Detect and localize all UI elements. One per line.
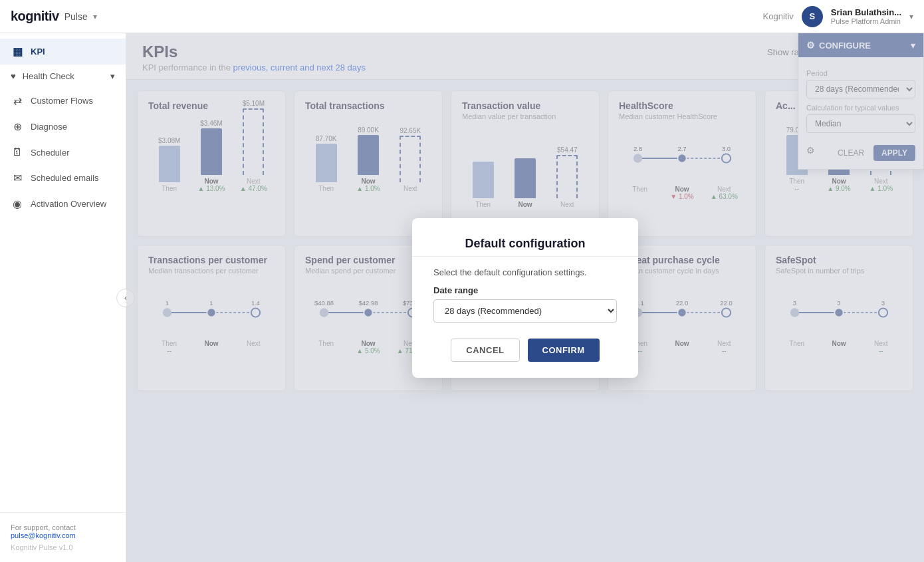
date-range-label: Date range <box>433 285 617 295</box>
customer-flows-icon: ⇄ <box>11 94 24 107</box>
sidebar-item-label: Customer Flows <box>31 96 93 106</box>
product-label: Pulse <box>64 11 88 22</box>
sidebar-item-scheduled-emails[interactable]: ✉ Scheduled emails <box>0 165 126 191</box>
cancel-button[interactable]: CANCEL <box>451 339 519 362</box>
chevron-icon: ▾ <box>110 71 115 81</box>
activation-overview-icon: ◉ <box>11 198 24 210</box>
scheduler-icon: 🗓 <box>11 146 24 158</box>
product-chevron[interactable]: ▾ <box>93 12 97 21</box>
user-name: Srian Bulathsin... <box>831 7 901 17</box>
modal: Default configuration Select the default… <box>412 218 638 378</box>
modal-actions: CANCEL CONFIRM <box>433 339 617 362</box>
modal-title: Default configuration <box>433 237 617 251</box>
date-range-select[interactable]: 28 days (Recommended) 7 days 14 days 60 … <box>433 299 617 323</box>
sidebar-item-label: Scheduler <box>31 148 70 158</box>
modal-overlay[interactable]: Default configuration Select the default… <box>126 33 924 562</box>
sidebar-item-label: Diagnose <box>31 122 67 132</box>
logo: kognitiv <box>11 9 59 24</box>
sidebar-item-scheduler[interactable]: 🗓 Scheduler <box>0 140 126 165</box>
modal-divider <box>412 256 638 257</box>
user-info: Srian Bulathsin... Pulse Platform Admin <box>831 7 901 25</box>
sidebar-item-customer-flows[interactable]: ⇄ Customer Flows <box>0 88 126 114</box>
sidebar-item-kpi[interactable]: ▦ KPI <box>0 39 126 65</box>
avatar: S <box>802 6 823 27</box>
topnav: kognitiv Pulse ▾ Kognitiv S Srian Bulath… <box>0 0 924 33</box>
layout: ‹ ▦ KPI ♥ Health Check ▾ ⇄ Customer Flow… <box>0 33 924 562</box>
main-content: KPIs KPI performance in the previous, cu… <box>126 33 924 562</box>
health-check-icon: ♥ <box>11 71 16 81</box>
kpi-icon: ▦ <box>11 45 24 58</box>
diagnose-icon: ⊕ <box>11 120 24 133</box>
topnav-right: Kognitiv S Srian Bulathsin... Pulse Plat… <box>763 6 913 27</box>
sidebar-item-diagnose[interactable]: ⊕ Diagnose <box>0 114 126 140</box>
sidebar: ‹ ▦ KPI ♥ Health Check ▾ ⇄ Customer Flow… <box>0 33 126 562</box>
sidebar-item-label: Scheduled emails <box>31 173 99 183</box>
topnav-left: kognitiv Pulse ▾ <box>11 9 97 24</box>
sidebar-item-label: KPI <box>31 47 45 57</box>
scheduled-emails-icon: ✉ <box>11 172 24 184</box>
modal-body: Select the default configuration setting… <box>433 267 617 277</box>
sidebar-item-label: Activation Overview <box>31 199 106 209</box>
sidebar-footer: For support, contact pulse@kognitiv.com … <box>0 512 126 562</box>
kognitiv-label: Kognitiv <box>763 11 794 21</box>
sidebar-item-activation-overview[interactable]: ◉ Activation Overview <box>0 191 126 217</box>
user-chevron[interactable]: ▾ <box>909 12 913 21</box>
confirm-button[interactable]: CONFIRM <box>528 339 600 362</box>
version-label: Kognitiv Pulse v1.0 <box>11 543 115 551</box>
support-email[interactable]: pulse@kognitiv.com <box>11 531 76 539</box>
sidebar-item-label: Health Check <box>23 71 74 81</box>
support-text: For support, contact <box>11 523 115 531</box>
sidebar-item-health-check[interactable]: ♥ Health Check ▾ <box>0 65 126 88</box>
user-role: Pulse Platform Admin <box>831 17 901 25</box>
